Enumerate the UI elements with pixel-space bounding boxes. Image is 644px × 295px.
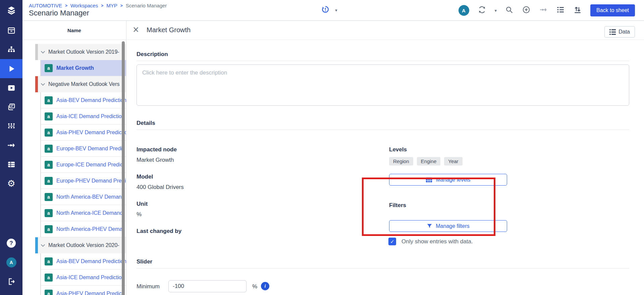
help-icon[interactable]: ? <box>0 234 22 253</box>
tree-item[interactable]: a Asia-BEV Demand Prediction <box>40 253 126 269</box>
add-icon[interactable] <box>522 5 531 15</box>
table-icon[interactable] <box>0 155 22 174</box>
assumption-icon: a <box>45 274 53 282</box>
model-label: Model <box>137 174 153 180</box>
breadcrumb-automotive[interactable]: AUTOMOTIVE <box>29 3 62 8</box>
only-show-entries-checkbox[interactable]: ✓ <box>388 238 396 245</box>
page-title: Scenario Manager <box>29 9 89 17</box>
copy-icon[interactable] <box>0 97 22 116</box>
model-value: 400 Global Drivers <box>137 184 184 191</box>
tree-item-label: North America-BEV Demand <box>56 194 125 200</box>
assumption-icon: a <box>45 129 53 137</box>
unit-label: Unit <box>137 201 148 207</box>
assumption-title: Market Growth <box>147 26 191 34</box>
assumption-icon: a <box>45 177 53 185</box>
tree-item-label: Asia-PHEV Demand Predicti <box>56 291 124 295</box>
tree-scrollbar[interactable] <box>122 41 125 295</box>
only-show-entries-row: ✓ Only show entries with data. <box>388 238 473 245</box>
manage-filters-button[interactable]: Manage filters <box>389 220 507 232</box>
tree-column-header: Name <box>22 21 126 40</box>
slider-section-label: Slider <box>137 258 152 265</box>
tree-group-market-outlook-2020[interactable]: Market Outlook Version 2020- <box>35 237 126 253</box>
breadcrumb-myp[interactable]: MYP <box>106 3 117 8</box>
sort-icon[interactable] <box>573 5 582 15</box>
section-divider <box>137 268 629 268</box>
tree-item[interactable]: a Europe-BEV Demand Predic <box>40 141 126 157</box>
levels-label: Levels <box>389 146 407 153</box>
tree-item[interactable]: a Asia-ICE Demand Prediction <box>40 108 126 125</box>
tree-item-label: North America-PHEV Demar <box>56 226 124 232</box>
levels-chips: Region Engine Year <box>389 157 463 165</box>
tree-item[interactable]: a North America-ICE Demand <box>40 205 126 221</box>
tree-item[interactable]: a North America-PHEV Demar <box>40 221 126 237</box>
app-sidebar: ⚙ ? A <box>0 0 22 295</box>
sidebar-avatar[interactable]: A <box>0 253 22 272</box>
tree-item[interactable]: a Asia-ICE Demand Prediction <box>40 269 126 286</box>
tree-item-market-growth[interactable]: a Market Growth <box>40 60 126 76</box>
chevron-down-icon <box>41 244 45 247</box>
chevron-right-icon: > <box>101 3 103 8</box>
impacted-node-value: Market Growth <box>137 157 174 163</box>
close-icon[interactable]: × <box>132 25 139 34</box>
arrow-forward-icon[interactable] <box>0 136 22 155</box>
right-tools: A ▾ Back to sheet <box>459 0 635 21</box>
logout-icon[interactable] <box>0 272 22 291</box>
chevron-right-icon: > <box>120 3 123 8</box>
org-chart-icon[interactable] <box>0 40 22 59</box>
play-icon[interactable] <box>0 59 22 78</box>
refresh-icon[interactable] <box>478 5 486 15</box>
tree-item-label: Asia-PHEV Demand Predictio <box>56 130 126 136</box>
manage-levels-label: Manage levels <box>436 177 470 183</box>
data-button[interactable]: Data <box>604 26 635 38</box>
info-icon[interactable]: i <box>261 282 269 290</box>
chevron-down-icon <box>41 51 45 54</box>
back-to-sheet-button[interactable]: Back to sheet <box>590 4 635 16</box>
breadcrumb-workspaces[interactable]: Workspaces <box>70 3 98 8</box>
tree-group-market-outlook-2019[interactable]: Market Outlook Version 2019- <box>35 44 126 60</box>
top-bar: AUTOMOTIVE > Workspaces > MYP > Scenario… <box>22 0 644 21</box>
tree-item[interactable]: a North America-BEV Demand <box>40 189 126 205</box>
check-icon: ✓ <box>390 239 394 245</box>
tree-item[interactable]: a Asia-BEV Demand Prediction <box>40 92 126 108</box>
only-show-entries-label: Only show entries with data. <box>401 238 473 245</box>
assumption-icon: a <box>45 209 53 217</box>
center-tools: ▾ <box>321 5 337 15</box>
detail-panel-header: × Market Growth Data <box>127 21 644 40</box>
description-textarea[interactable] <box>137 64 629 106</box>
filters-label: Filters <box>389 202 406 209</box>
avatar: A <box>6 257 16 267</box>
assumption-icon: a <box>45 257 53 265</box>
chevron-down-icon <box>41 83 45 86</box>
search-icon[interactable] <box>505 6 514 15</box>
tree-group-label: Market Outlook Version 2020- <box>48 242 119 248</box>
caret-down-icon[interactable]: ▾ <box>335 8 337 13</box>
last-changed-by-label: Last changed by <box>137 228 181 235</box>
list-icon[interactable] <box>556 5 565 15</box>
archive-icon[interactable] <box>0 21 22 40</box>
gear-icon[interactable]: ⚙ <box>0 174 22 193</box>
manage-levels-button[interactable]: Manage levels <box>389 174 507 186</box>
avatar[interactable]: A <box>459 5 469 16</box>
video-icon[interactable] <box>0 78 22 97</box>
detail-panel-content: Description Details Impacted node Market… <box>127 40 644 295</box>
tree-item-label: Europe-ICE Demand Predict <box>56 162 124 168</box>
tree-item[interactable]: a Europe-ICE Demand Predict <box>40 157 126 173</box>
tree-item[interactable]: a Europe-PHEV Demand Predi <box>40 173 126 189</box>
tree-group-label: Negative Market Outlook Vers <box>48 81 120 87</box>
minimum-unit: % <box>252 283 257 290</box>
tree-item-label: Asia-BEV Demand Prediction <box>56 97 126 103</box>
caret-down-icon[interactable]: ▾ <box>495 8 497 13</box>
assumption-icon: a <box>45 64 53 72</box>
tree-item[interactable]: a Asia-PHEV Demand Predictio <box>40 125 126 141</box>
restore-icon[interactable] <box>321 5 330 15</box>
network-icon[interactable] <box>0 116 22 136</box>
details-section-label: Details <box>137 120 155 127</box>
tree-item[interactable]: a Asia-PHEV Demand Predicti <box>40 286 126 295</box>
forward-icon <box>539 5 548 15</box>
minimum-input[interactable] <box>168 280 247 292</box>
tree-group-negative-market-outlook[interactable]: Negative Market Outlook Vers <box>35 76 126 92</box>
logo-icon <box>0 0 22 21</box>
assumption-icon: a <box>45 112 53 120</box>
manage-filters-label: Manage filters <box>436 223 470 229</box>
group-color-bar <box>35 237 38 253</box>
